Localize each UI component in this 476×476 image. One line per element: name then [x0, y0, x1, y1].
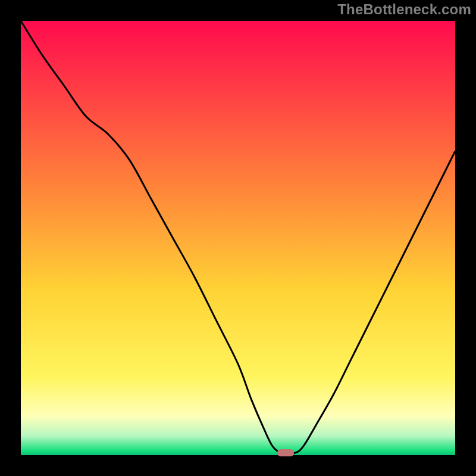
bottleneck-chart: TheBottleneck.com	[0, 0, 476, 476]
optimal-point-marker	[277, 449, 294, 456]
chart-plot-area	[21, 21, 455, 455]
watermark-text: TheBottleneck.com	[337, 1, 471, 18]
chart-svg	[0, 0, 476, 476]
